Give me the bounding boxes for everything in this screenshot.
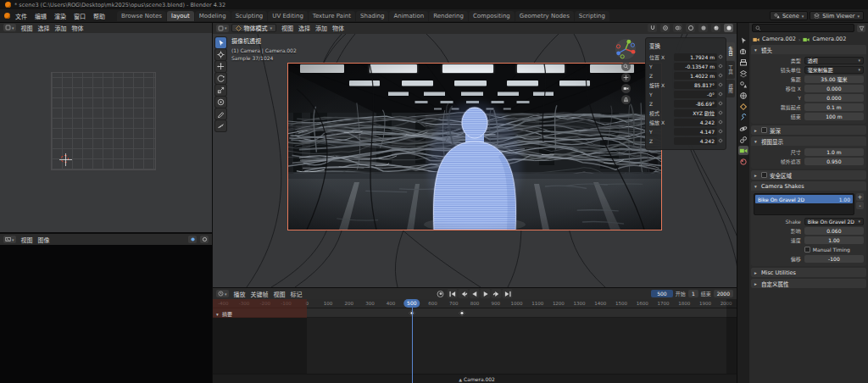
dropdown[interactable]: 透视▾	[804, 57, 864, 64]
ortho-menu-2[interactable]: 添加	[53, 24, 70, 32]
workspace-tab-7[interactable]: Animation	[389, 11, 428, 21]
properties-tab-physics[interactable]	[738, 124, 748, 133]
timeline-marker[interactable]: ▲ Camera.002	[459, 376, 495, 382]
camera-view-frame[interactable]	[288, 64, 661, 230]
panel-header[interactable]: ▾Camera Shakes	[751, 181, 866, 191]
playhead[interactable]	[412, 299, 413, 383]
app-menu-2[interactable]: 渲染	[51, 11, 70, 21]
remove-item-button[interactable]: -	[856, 202, 864, 209]
navigation-gizmo[interactable]	[615, 38, 637, 60]
panel-header[interactable]: ▸自定义属性	[751, 279, 866, 288]
transform-panel-title[interactable]: 变换	[649, 42, 722, 50]
properties-tab-constraints[interactable]	[738, 135, 748, 144]
jump-to-end-icon[interactable]	[503, 289, 513, 298]
rotate-tool-button[interactable]	[215, 73, 226, 84]
zoom-icon[interactable]	[621, 62, 631, 71]
dropdown[interactable]: Bike On Gravel 2D▾	[804, 218, 864, 225]
play-reverse-icon[interactable]	[470, 289, 480, 298]
panel-header[interactable]: ▸景深	[751, 125, 866, 135]
start-frame-field[interactable]: 1	[688, 290, 698, 297]
dropdown[interactable]: 毫米制焦距▾	[804, 66, 864, 74]
show-overlays-button[interactable]	[673, 24, 682, 32]
shake-list[interactable]: Bike On Gravel 2D1.00	[754, 193, 854, 215]
image-menu-1[interactable]: 图像	[36, 236, 53, 244]
image-editor[interactable]: ▾ 视图图像	[0, 234, 212, 383]
animate-decorator-icon[interactable]	[718, 119, 723, 125]
transform-field[interactable]: -0.13547 m	[674, 63, 717, 70]
view-layer-selector[interactable]: Slim Viewer▾	[810, 11, 864, 20]
shading-wireframe-button[interactable]	[686, 24, 695, 32]
shading-rendered-button[interactable]	[724, 24, 733, 32]
timeline-body[interactable]: -400-300-200-100010020030040050060070080…	[213, 299, 737, 383]
filter-button[interactable]	[857, 25, 865, 32]
value-field[interactable]: -100	[804, 255, 864, 263]
transform-field[interactable]: -0°	[674, 91, 717, 98]
marker-row[interactable]: ▲ Camera.002	[213, 374, 737, 383]
viewport-menu-1[interactable]: 选择	[296, 24, 313, 32]
app-menu-3[interactable]: 窗口	[70, 11, 89, 21]
transform-field[interactable]: 4.242	[674, 137, 717, 145]
properties-tab-render[interactable]	[738, 47, 748, 56]
properties-tab-tool[interactable]	[738, 36, 748, 45]
workspace-tab-2[interactable]: Modeling	[195, 11, 231, 21]
sidebar-tab-2[interactable]: 视图	[726, 80, 735, 97]
next-keyframe-icon[interactable]	[492, 289, 502, 298]
end-frame-field[interactable]: 2000	[714, 290, 733, 297]
ortho-canvas[interactable]	[0, 33, 212, 232]
value-field[interactable]: 100 m	[804, 113, 864, 120]
blender-menu-icon[interactable]	[4, 13, 10, 19]
editor-type-button[interactable]: ▾	[216, 290, 229, 297]
panel-header[interactable]: ▸安全区域	[751, 170, 866, 180]
prev-keyframe-icon[interactable]	[459, 289, 469, 298]
app-menu-4[interactable]: 帮助	[90, 11, 108, 21]
move-tool-button[interactable]	[215, 61, 226, 72]
properties-tab-view-layer[interactable]	[738, 69, 748, 78]
timeline-menu-2[interactable]: 视图	[271, 290, 288, 298]
transform-field[interactable]: 4.147	[674, 128, 717, 136]
animate-decorator-icon[interactable]	[718, 101, 723, 106]
animate-decorator-icon[interactable]	[718, 129, 723, 134]
timeline-menu-3[interactable]: 标记	[288, 290, 305, 298]
workspace-tab-5[interactable]: Texture Paint	[309, 11, 355, 21]
annotate-tool-button[interactable]	[215, 108, 226, 119]
channels-button[interactable]	[188, 236, 197, 243]
proportional-editing-button[interactable]	[660, 24, 670, 32]
properties-search-input[interactable]	[752, 24, 854, 32]
app-menu-1[interactable]: 编辑	[31, 11, 50, 21]
animate-decorator-icon[interactable]	[718, 73, 723, 78]
transform-field[interactable]: 1.4022 m	[674, 72, 717, 80]
transform-field[interactable]: 85.817°	[674, 81, 717, 89]
transform-field[interactable]: 4.242	[674, 119, 717, 126]
ortho-menu-3[interactable]: 物体	[70, 24, 86, 32]
disclosure-icon[interactable]: ▾	[216, 312, 220, 317]
image-menu-0[interactable]: 视图	[19, 236, 36, 244]
animate-decorator-icon[interactable]	[718, 110, 723, 115]
playhead-frame-badge[interactable]: 500	[403, 299, 420, 308]
perspective-toggle-icon[interactable]	[621, 95, 631, 104]
value-field[interactable]: 0.1 m	[804, 103, 864, 111]
breadcrumb-data[interactable]: Camera.002	[812, 36, 846, 42]
camera-view-icon[interactable]	[621, 84, 631, 93]
timeline-menu-0[interactable]: 播放	[231, 290, 248, 298]
select-tool-button[interactable]	[215, 37, 226, 48]
value-field[interactable]: 0.060	[804, 227, 864, 235]
sidebar-tab-0[interactable]: 条目	[726, 42, 735, 60]
workspace-tab-4[interactable]: UV Editing	[268, 11, 308, 21]
animate-decorator-icon[interactable]	[718, 54, 723, 59]
shading-material-button[interactable]	[711, 24, 721, 32]
scene-selector[interactable]: Scene▾	[770, 11, 808, 20]
workspace-tab-8[interactable]: Rendering	[429, 11, 468, 21]
properties-tab-scene[interactable]	[738, 80, 748, 89]
mode-dropdown[interactable]: 物体模式▾	[231, 24, 277, 32]
value-field[interactable]: 35.00 毫米	[804, 75, 864, 83]
workspace-tab-1[interactable]: layout	[167, 11, 194, 21]
properties-tab-material[interactable]	[738, 157, 748, 166]
breadcrumb-object[interactable]: Camera.002	[762, 36, 796, 42]
editor-type-button[interactable]: ▾	[216, 25, 229, 32]
checkbox[interactable]	[761, 172, 767, 178]
transform-field[interactable]: -86.69°	[674, 100, 717, 108]
cursor-tool-button[interactable]	[215, 49, 226, 60]
display-options-button[interactable]	[200, 236, 209, 243]
value-field[interactable]: 1.0 m	[804, 148, 864, 156]
value-field[interactable]: 0.950	[804, 158, 864, 165]
